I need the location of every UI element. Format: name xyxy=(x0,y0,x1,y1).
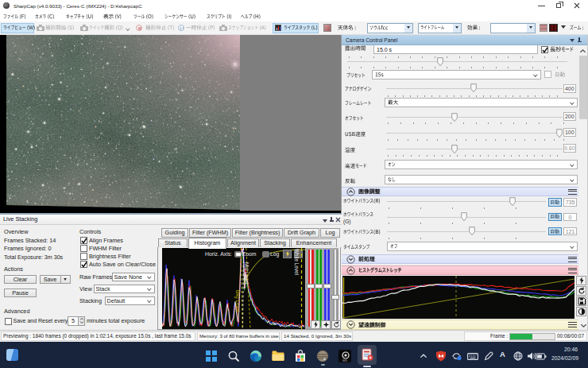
svg-text:IMX: IMX xyxy=(342,359,348,362)
